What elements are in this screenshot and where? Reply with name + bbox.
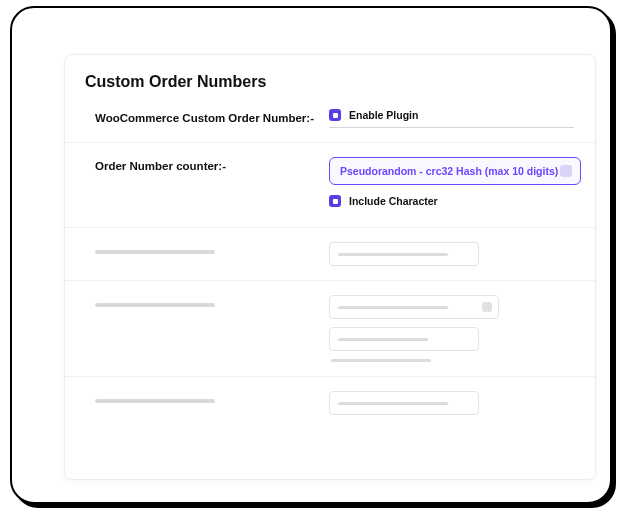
skeleton-label bbox=[95, 303, 215, 307]
label-col bbox=[95, 295, 329, 307]
check-icon bbox=[333, 113, 338, 118]
settings-panel: Custom Order Numbers WooCommerce Custom … bbox=[64, 54, 596, 480]
underline bbox=[329, 127, 574, 128]
enable-plugin-label: WooCommerce Custom Order Number:- bbox=[95, 111, 329, 127]
control-col: Pseudorandom - crc32 Hash (max 10 digits… bbox=[329, 157, 581, 213]
row-counter: Order Number counter:- Pseudorandom - cr… bbox=[65, 143, 595, 228]
row-skeleton-3 bbox=[65, 377, 595, 429]
row-skeleton-2 bbox=[65, 281, 595, 377]
skeleton-text-input[interactable] bbox=[329, 327, 479, 351]
skeleton-label bbox=[95, 250, 215, 254]
enable-plugin-checkbox-label: Enable Plugin bbox=[349, 109, 418, 121]
select-handle-icon bbox=[560, 165, 572, 177]
label-col: WooCommerce Custom Order Number:- bbox=[95, 109, 329, 127]
skeleton-placeholder bbox=[338, 402, 448, 405]
counter-select[interactable]: Pseudorandom - crc32 Hash (max 10 digits… bbox=[329, 157, 581, 185]
control-col bbox=[329, 391, 575, 415]
counter-label: Order Number counter:- bbox=[95, 159, 329, 175]
select-handle-icon bbox=[482, 302, 492, 312]
check-icon bbox=[333, 199, 338, 204]
control-col bbox=[329, 295, 575, 362]
checkbox-line: Enable Plugin bbox=[329, 109, 575, 121]
checkbox-line: Include Character bbox=[329, 195, 581, 207]
label-col bbox=[95, 242, 329, 254]
counter-select-value: Pseudorandom - crc32 Hash (max 10 digits… bbox=[340, 165, 558, 177]
skeleton-placeholder bbox=[338, 306, 448, 309]
control-col bbox=[329, 242, 575, 266]
include-character-checkbox[interactable] bbox=[329, 195, 341, 207]
skeleton-placeholder bbox=[338, 338, 428, 341]
skeleton-select[interactable] bbox=[329, 295, 499, 319]
skeleton-placeholder bbox=[338, 253, 448, 256]
control-col: Enable Plugin bbox=[329, 109, 575, 128]
panel-title: Custom Order Numbers bbox=[65, 55, 595, 95]
row-enable-plugin: WooCommerce Custom Order Number:- Enable… bbox=[65, 95, 595, 143]
enable-plugin-checkbox[interactable] bbox=[329, 109, 341, 121]
app-frame: Custom Order Numbers WooCommerce Custom … bbox=[10, 6, 612, 504]
skeleton-helper-text bbox=[331, 359, 431, 362]
skeleton-text-input[interactable] bbox=[329, 391, 479, 415]
label-col: Order Number counter:- bbox=[95, 157, 329, 175]
skeleton-text-input[interactable] bbox=[329, 242, 479, 266]
row-skeleton-1 bbox=[65, 228, 595, 281]
label-col bbox=[95, 391, 329, 403]
include-character-checkbox-label: Include Character bbox=[349, 195, 438, 207]
skeleton-label bbox=[95, 399, 215, 403]
